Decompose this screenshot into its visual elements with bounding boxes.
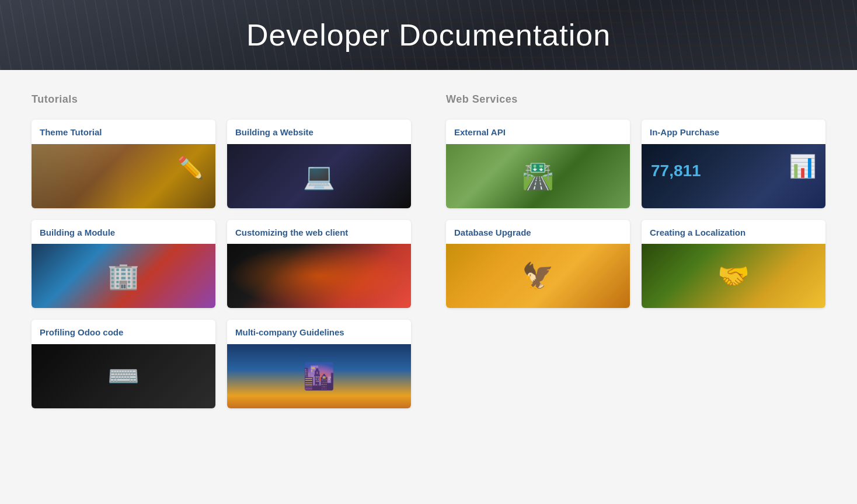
card-theme-tutorial[interactable]: Theme Tutorial xyxy=(32,120,215,208)
card-in-app-purchase[interactable]: In-App Purchase xyxy=(642,120,825,208)
section-web-services: Web ServicesExternal APIIn-App PurchaseD… xyxy=(446,93,825,408)
card-image-customizing-web-client xyxy=(227,244,411,308)
card-image-in-app-purchase xyxy=(642,144,825,208)
card-title-external-api: External API xyxy=(446,120,630,144)
card-customizing-web-client[interactable]: Customizing the web client xyxy=(227,220,411,309)
card-title-multi-company: Multi-company Guidelines xyxy=(227,320,411,344)
card-title-profiling-odoo: Profiling Odoo code xyxy=(32,320,215,344)
card-image-database-upgrade xyxy=(446,244,630,308)
card-image-creating-localization xyxy=(642,244,825,308)
card-title-building-module: Building a Module xyxy=(32,220,215,244)
card-profiling-odoo[interactable]: Profiling Odoo code xyxy=(32,320,215,408)
card-external-api[interactable]: External API xyxy=(446,120,630,208)
card-building-website[interactable]: Building a Website xyxy=(227,120,411,208)
section-title-tutorials: Tutorials xyxy=(32,93,411,106)
section-tutorials: TutorialsTheme TutorialBuilding a Websit… xyxy=(32,93,411,408)
card-image-theme-tutorial xyxy=(32,144,215,208)
card-image-building-website xyxy=(227,144,411,208)
card-image-building-module xyxy=(32,244,215,308)
cards-grid-tutorials: Theme TutorialBuilding a WebsiteBuilding… xyxy=(32,120,411,408)
card-building-module[interactable]: Building a Module xyxy=(32,220,215,309)
card-image-profiling-odoo xyxy=(32,344,215,408)
card-title-customizing-web-client: Customizing the web client xyxy=(227,220,411,244)
cards-grid-web-services: External APIIn-App PurchaseDatabase Upgr… xyxy=(446,120,825,308)
card-title-database-upgrade: Database Upgrade xyxy=(446,220,630,244)
page-title: Developer Documentation xyxy=(246,18,611,52)
card-title-in-app-purchase: In-App Purchase xyxy=(642,120,825,144)
card-title-building-website: Building a Website xyxy=(227,120,411,144)
card-title-creating-localization: Creating a Localization xyxy=(642,220,825,244)
card-image-external-api xyxy=(446,144,630,208)
section-title-web-services: Web Services xyxy=(446,93,825,106)
card-title-theme-tutorial: Theme Tutorial xyxy=(32,120,215,144)
card-database-upgrade[interactable]: Database Upgrade xyxy=(446,220,630,309)
hero-banner: Developer Documentation xyxy=(0,0,857,70)
main-content: TutorialsTheme TutorialBuilding a Websit… xyxy=(14,70,843,443)
card-creating-localization[interactable]: Creating a Localization xyxy=(642,220,825,309)
card-multi-company[interactable]: Multi-company Guidelines xyxy=(227,320,411,408)
sections-container: TutorialsTheme TutorialBuilding a Websit… xyxy=(32,93,825,408)
card-image-multi-company xyxy=(227,344,411,408)
